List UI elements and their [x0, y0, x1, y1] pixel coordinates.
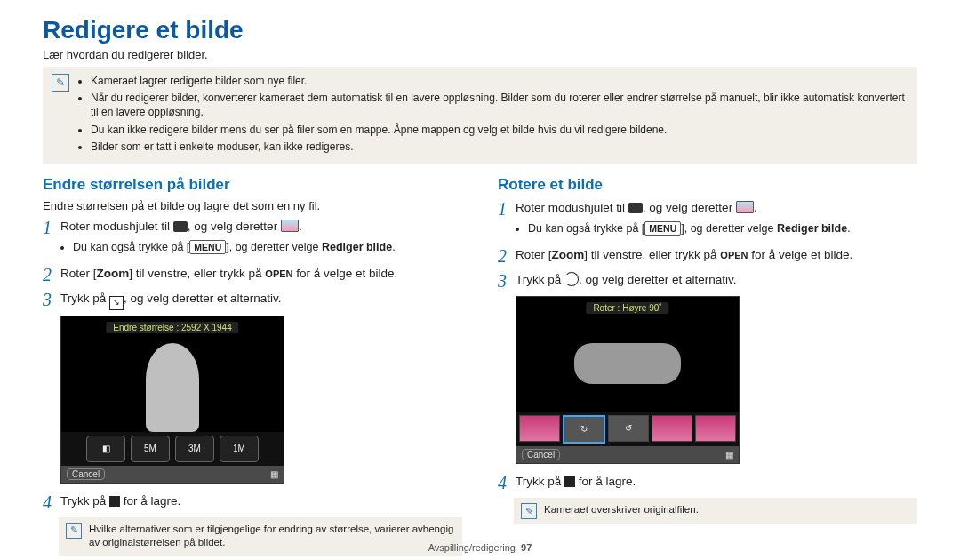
page-title: Redigere et bilde: [43, 16, 917, 44]
size-option: 3M: [175, 436, 214, 462]
silhouette-graphic: [574, 343, 681, 384]
step-body: Trykk på for å lagre.: [60, 492, 462, 512]
rotate-thumb: ↺: [608, 415, 649, 442]
step-body: Roter [Zoom] til venstre, eller trykk på…: [516, 246, 917, 266]
size-option: 5M: [131, 436, 170, 462]
step-number: 2: [498, 246, 516, 266]
resize-heading: Endre størrelsen på bilder: [43, 176, 462, 194]
size-options-row: ◧ 5M 3M 1M: [61, 432, 284, 466]
top-note-box: ✎ Kameraet lagrer redigerte bilder som n…: [43, 67, 917, 164]
top-note-item: Kameraet lagrer redigerte bilder som nye…: [91, 74, 908, 88]
sub-bullet: Du kan også trykke på [MENU], og derette…: [528, 220, 917, 237]
step-body: Trykk på for å lagre.: [516, 473, 917, 492]
step-number: 4: [43, 492, 60, 512]
top-note-item: Bilder som er tatt i enkelte moduser, ka…: [91, 140, 908, 154]
note-text: Kameraet overskriver originalfilen.: [544, 503, 699, 519]
step-number: 2: [43, 265, 60, 284]
open-button-label: OPEN: [720, 250, 748, 260]
step-number: 3: [43, 290, 60, 310]
open-button-label: OPEN: [265, 268, 292, 279]
resize-section: Endre størrelsen på bilder Endre størrel…: [43, 176, 462, 559]
mode-dial-icon: [173, 221, 188, 232]
step-body: Roter modushjulet til , og velg deretter…: [516, 199, 917, 241]
save-icon: ▦: [725, 450, 733, 460]
top-note-item: Du kan ikke redigere bilder mens du ser …: [91, 123, 908, 137]
step-number: 1: [498, 199, 516, 241]
size-option: 1M: [220, 436, 259, 462]
rotate-screenshot: Roter : Høyre 90˚ ↻ ↺ Cancel ▦: [516, 296, 740, 464]
step-number: 3: [498, 271, 516, 291]
note-icon: ✎: [52, 74, 69, 92]
cancel-button: Cancel: [67, 468, 105, 480]
step-body: Roter modushjulet til , og velg deretter…: [60, 218, 462, 260]
rotate-thumb: [695, 415, 736, 442]
menu-button-label: MENU: [189, 240, 226, 254]
save-icon: [564, 476, 575, 487]
resize-screenshot: Endre størrelse : 2592 X 1944 ◧ 5M 3M 1M…: [60, 316, 284, 484]
top-note-item: Når du redigerer bilder, konverterer kam…: [91, 91, 908, 119]
landscape-icon: [736, 201, 754, 213]
note-icon: ✎: [521, 503, 537, 519]
screenshot-overlay-label: Endre størrelse : 2592 X 1944: [106, 322, 238, 333]
page-subtitle: Lær hvordan du redigerer bilder.: [43, 48, 917, 61]
mode-dial-icon: [628, 203, 643, 213]
rotate-section: Rotere et bilde 1 Roter modushjulet til …: [498, 176, 917, 559]
note-icon: ✎: [66, 523, 82, 539]
step-body: Trykk på ↘, og velg deretter et alternat…: [60, 290, 462, 310]
size-option: ◧: [86, 436, 125, 462]
step-number: 4: [498, 473, 516, 492]
step-number: 1: [43, 218, 60, 260]
save-icon: ▦: [270, 469, 278, 479]
cancel-button: Cancel: [522, 449, 560, 460]
rotate-note-box: ✎ Kameraet overskriver originalfilen.: [514, 498, 917, 524]
screenshot-overlay-label: Roter : Høyre 90˚: [586, 302, 668, 314]
sub-bullet: Du kan også trykke på [MENU], og derette…: [73, 239, 462, 256]
step-body: Roter [Zoom] til venstre, eller trykk på…: [60, 265, 462, 284]
page-footer: Avspilling/redigering 97: [0, 542, 960, 553]
rotate-thumb: [519, 415, 560, 442]
silhouette-graphic: [146, 343, 199, 432]
resize-icon: ↘: [109, 296, 124, 310]
rotate-heading: Rotere et bilde: [498, 176, 917, 194]
landscape-icon: [281, 220, 299, 232]
rotate-thumb: [652, 415, 692, 442]
menu-button-label: MENU: [644, 221, 681, 236]
save-icon: [109, 496, 120, 507]
rotate-thumb-selected: ↻: [563, 415, 605, 444]
rotate-options-row: ↻ ↺: [516, 412, 739, 446]
rotate-icon: [564, 272, 579, 286]
step-body: Trykk på , og velg deretter et alternati…: [516, 271, 917, 291]
resize-intro: Endre størrelsen på et bilde og lagre de…: [43, 199, 462, 212]
